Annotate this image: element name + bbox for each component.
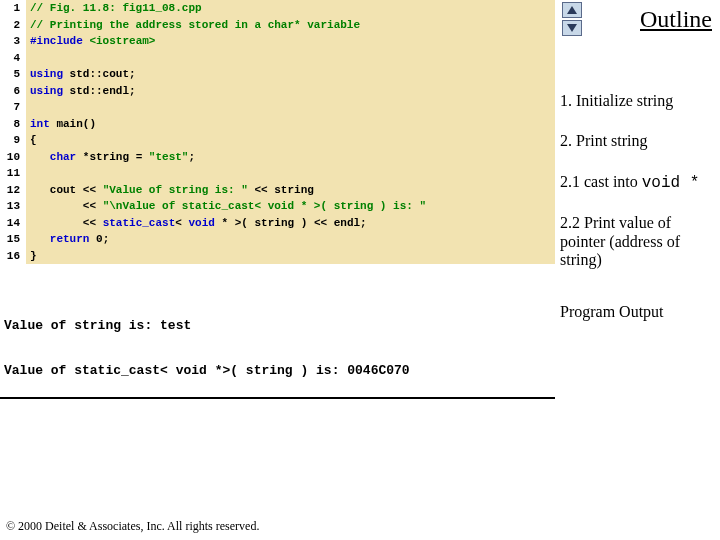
outline-item: Program Output xyxy=(560,303,720,321)
chevron-down-icon xyxy=(567,24,577,32)
code-line: 3#include <iostream> xyxy=(0,33,555,50)
code-line: 6using std::endl; xyxy=(0,83,555,100)
line-number: 3 xyxy=(0,33,26,50)
code-text: #include <iostream> xyxy=(26,33,555,50)
outline-item: 1. Initialize string xyxy=(560,92,720,110)
output-line: Value of string is: test xyxy=(4,318,551,333)
line-number: 11 xyxy=(0,165,26,182)
line-number: 15 xyxy=(0,231,26,248)
inline-code: void * xyxy=(642,174,700,192)
line-number: 2 xyxy=(0,17,26,34)
line-number: 4 xyxy=(0,50,26,67)
code-text: // Printing the address stored in a char… xyxy=(26,17,555,34)
line-number: 9 xyxy=(0,132,26,149)
code-text: return 0; xyxy=(26,231,555,248)
outline-title: Outline xyxy=(640,6,712,33)
chevron-up-icon xyxy=(567,6,577,14)
code-text: } xyxy=(26,248,555,265)
code-text: char *string = "test"; xyxy=(26,149,555,166)
outline-item: 2.1 cast into void * xyxy=(560,173,720,192)
code-text: using std::endl; xyxy=(26,83,555,100)
code-line: 2// Printing the address stored in a cha… xyxy=(0,17,555,34)
code-line: 15 return 0; xyxy=(0,231,555,248)
svg-marker-0 xyxy=(567,6,577,14)
code-line: 10 char *string = "test"; xyxy=(0,149,555,166)
code-text: { xyxy=(26,132,555,149)
code-panel: 1// Fig. 11.8: fig11_08.cpp2// Printing … xyxy=(0,0,555,264)
code-text: cout << "Value of string is: " << string xyxy=(26,182,555,199)
outline-item: 2. Print string xyxy=(560,132,720,150)
line-number: 5 xyxy=(0,66,26,83)
line-number: 12 xyxy=(0,182,26,199)
svg-marker-1 xyxy=(567,24,577,32)
code-text: using std::cout; xyxy=(26,66,555,83)
line-number: 10 xyxy=(0,149,26,166)
code-line: 5using std::cout; xyxy=(0,66,555,83)
line-number: 7 xyxy=(0,99,26,116)
program-output-box: Value of string is: test Value of static… xyxy=(0,282,555,399)
code-line: 13 << "\nValue of static_cast< void * >(… xyxy=(0,198,555,215)
code-line: 11 xyxy=(0,165,555,182)
code-text: // Fig. 11.8: fig11_08.cpp xyxy=(26,0,555,17)
code-line: 8int main() xyxy=(0,116,555,133)
code-line: 12 cout << "Value of string is: " << str… xyxy=(0,182,555,199)
line-number: 8 xyxy=(0,116,26,133)
line-number: 1 xyxy=(0,0,26,17)
code-line: 14 << static_cast< void * >( string ) <<… xyxy=(0,215,555,232)
code-text xyxy=(26,50,555,67)
line-number: 14 xyxy=(0,215,26,232)
outline-panel: Outline 1. Initialize string 2. Print st… xyxy=(558,0,720,322)
code-text xyxy=(26,99,555,116)
code-line: 1// Fig. 11.8: fig11_08.cpp xyxy=(0,0,555,17)
code-text xyxy=(26,165,555,182)
outline-item: 2.2 Print value of pointer (address of s… xyxy=(560,214,720,269)
outline-item-text: 2.1 cast into xyxy=(560,173,642,190)
line-number: 13 xyxy=(0,198,26,215)
line-number: 16 xyxy=(0,248,26,265)
code-text: << "\nValue of static_cast< void * >( st… xyxy=(26,198,555,215)
nav-down-button[interactable] xyxy=(562,20,582,36)
nav-up-button[interactable] xyxy=(562,2,582,18)
code-text: << static_cast< void * >( string ) << en… xyxy=(26,215,555,232)
code-line: 9{ xyxy=(0,132,555,149)
code-text: int main() xyxy=(26,116,555,133)
code-line: 7 xyxy=(0,99,555,116)
output-line: Value of static_cast< void *>( string ) … xyxy=(4,363,551,378)
line-number: 6 xyxy=(0,83,26,100)
code-line: 4 xyxy=(0,50,555,67)
code-line: 16} xyxy=(0,248,555,265)
copyright-footer: © 2000 Deitel & Associates, Inc. All rig… xyxy=(6,519,259,534)
